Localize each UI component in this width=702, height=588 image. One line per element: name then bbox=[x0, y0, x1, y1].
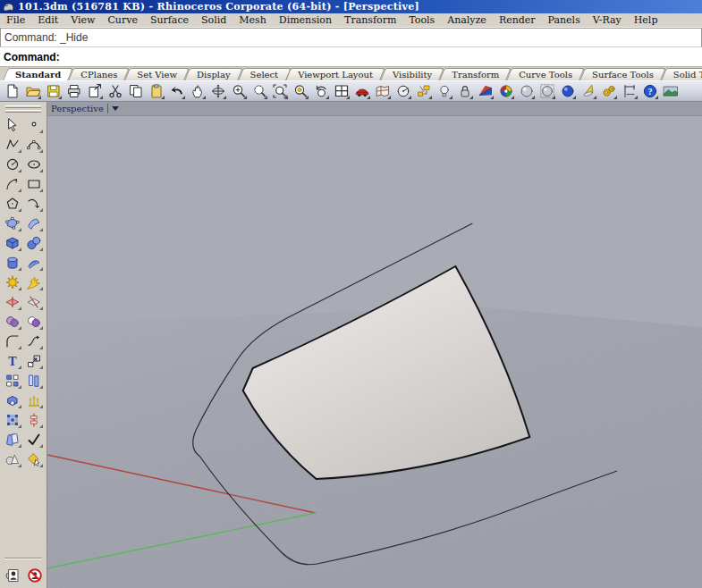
undo-button[interactable] bbox=[166, 81, 187, 101]
new-document-button[interactable] bbox=[2, 81, 22, 101]
rectangle-button[interactable] bbox=[23, 174, 45, 194]
lock-objects-button[interactable] bbox=[454, 81, 475, 101]
copy-button[interactable] bbox=[125, 81, 146, 101]
circle-button[interactable] bbox=[2, 155, 23, 174]
menu-transform[interactable]: Transform bbox=[338, 13, 402, 27]
single-point-button[interactable] bbox=[23, 115, 45, 135]
boolean-curves-button[interactable] bbox=[2, 312, 23, 332]
surface-from-points-button[interactable] bbox=[2, 214, 23, 233]
blend-curve-button[interactable] bbox=[23, 332, 45, 351]
menu-help[interactable]: Help bbox=[628, 13, 664, 27]
offset-curve-button[interactable] bbox=[23, 371, 45, 391]
tab-curve-tools[interactable]: Curve Tools bbox=[509, 68, 582, 80]
save-button[interactable] bbox=[43, 81, 63, 101]
background-image-button[interactable] bbox=[660, 81, 681, 101]
options-button[interactable] bbox=[598, 81, 619, 101]
ellipse-button[interactable] bbox=[23, 155, 45, 174]
menu-dimension[interactable]: Dimension bbox=[273, 13, 338, 27]
display-mode-button[interactable] bbox=[351, 81, 372, 101]
print-button[interactable] bbox=[63, 81, 84, 101]
sphere-button[interactable] bbox=[23, 233, 45, 253]
viewport-dropdown-icon[interactable] bbox=[112, 106, 119, 111]
tab-surface-tools[interactable]: Surface Tools bbox=[582, 68, 664, 80]
freeform-curve-button[interactable] bbox=[23, 194, 45, 214]
viewport-canvas[interactable] bbox=[47, 116, 702, 588]
help-button[interactable]: ? bbox=[639, 81, 660, 101]
open-file-button[interactable] bbox=[22, 81, 43, 101]
menu-panels[interactable]: Panels bbox=[542, 13, 587, 27]
viewport-layout-button[interactable] bbox=[331, 81, 351, 101]
show-objects-button[interactable] bbox=[4, 567, 21, 584]
fillet-curve-button[interactable] bbox=[2, 332, 23, 351]
explode-button[interactable] bbox=[23, 273, 45, 292]
tab-cplanes[interactable]: CPlanes bbox=[71, 68, 127, 80]
dimension-button[interactable] bbox=[23, 410, 45, 430]
undo-view-button[interactable] bbox=[310, 81, 331, 101]
zoom-window-button[interactable] bbox=[269, 81, 290, 101]
hide-objects-button[interactable] bbox=[26, 567, 44, 584]
vray-render-button[interactable] bbox=[475, 81, 495, 101]
patch-surface-button[interactable] bbox=[23, 214, 45, 233]
perspective-viewport[interactable]: Perspective bbox=[47, 102, 702, 588]
trim-button[interactable] bbox=[2, 292, 23, 312]
dimension-tools-button[interactable] bbox=[619, 81, 639, 101]
check-select-button[interactable] bbox=[23, 430, 45, 449]
pan-view-button[interactable] bbox=[187, 81, 207, 101]
tab-set-view[interactable]: Set View bbox=[127, 68, 187, 80]
array-button[interactable] bbox=[2, 371, 23, 391]
cut-button[interactable] bbox=[105, 81, 125, 101]
menu-render[interactable]: Render bbox=[493, 13, 542, 27]
rendered-sphere-button[interactable] bbox=[557, 81, 578, 101]
zoom-selected-button[interactable] bbox=[290, 81, 310, 101]
tab-viewport-layout[interactable]: Viewport Layout bbox=[288, 68, 383, 80]
menu-edit[interactable]: Edit bbox=[31, 13, 64, 27]
tab-solid-tools[interactable]: Solid Tools bbox=[664, 68, 702, 80]
palette-grip[interactable] bbox=[5, 105, 41, 108]
cylinder-button[interactable] bbox=[2, 253, 23, 273]
tab-select[interactable]: Select bbox=[241, 68, 289, 80]
move-to-layer-button[interactable] bbox=[23, 449, 45, 469]
arc-button[interactable] bbox=[2, 174, 23, 194]
palette-grip-2[interactable] bbox=[5, 110, 41, 113]
scale-button[interactable] bbox=[23, 351, 45, 371]
zoom-in-button[interactable] bbox=[228, 81, 249, 101]
extrude-surface-button[interactable] bbox=[2, 391, 23, 410]
layer-tools-button[interactable] bbox=[2, 430, 23, 449]
select-pointer-button[interactable] bbox=[2, 115, 23, 135]
grid-array-button[interactable] bbox=[2, 410, 23, 430]
tab-visibility[interactable]: Visibility bbox=[383, 68, 442, 80]
viewport-title-bar[interactable]: Perspective bbox=[47, 102, 702, 116]
menu-curve[interactable]: Curve bbox=[101, 13, 143, 27]
light-bulb-button[interactable] bbox=[434, 81, 454, 101]
split-button[interactable] bbox=[23, 292, 45, 312]
polyline-button[interactable] bbox=[2, 135, 23, 155]
menu-view[interactable]: View bbox=[64, 13, 101, 27]
render-sphere-button[interactable] bbox=[516, 81, 537, 101]
color-wheel-button[interactable] bbox=[495, 81, 516, 101]
tab-display[interactable]: Display bbox=[187, 68, 241, 80]
menu-vray[interactable]: V-Ray bbox=[587, 13, 628, 27]
linear-array-button[interactable] bbox=[23, 391, 45, 410]
menu-surface[interactable]: Surface bbox=[144, 13, 195, 27]
tab-transform[interactable]: Transform bbox=[442, 68, 509, 80]
zoom-extents-button[interactable] bbox=[249, 81, 269, 101]
polygon-button[interactable] bbox=[2, 194, 23, 214]
export-page-button[interactable] bbox=[84, 81, 105, 101]
paste-button[interactable] bbox=[146, 81, 166, 101]
selection-filter-button[interactable] bbox=[413, 81, 434, 101]
circle-center-button[interactable] bbox=[393, 81, 413, 101]
boolean-union-button[interactable] bbox=[2, 273, 23, 292]
mesh-surface-button[interactable] bbox=[23, 253, 45, 273]
menu-solid[interactable]: Solid bbox=[195, 13, 233, 27]
menu-mesh[interactable]: Mesh bbox=[233, 13, 273, 27]
box-button[interactable] bbox=[2, 233, 23, 253]
control-point-curve-button[interactable] bbox=[23, 135, 45, 155]
boolean-solids-button[interactable] bbox=[23, 312, 45, 332]
rotate-view-button[interactable] bbox=[207, 81, 228, 101]
spotlight-button[interactable] bbox=[578, 81, 598, 101]
shade-objects-button[interactable] bbox=[2, 449, 23, 469]
plan-map-button[interactable] bbox=[372, 81, 393, 101]
text-object-button[interactable]: T bbox=[2, 351, 23, 371]
tab-standard[interactable]: Standard bbox=[5, 68, 71, 80]
menu-file[interactable]: File bbox=[0, 13, 31, 27]
